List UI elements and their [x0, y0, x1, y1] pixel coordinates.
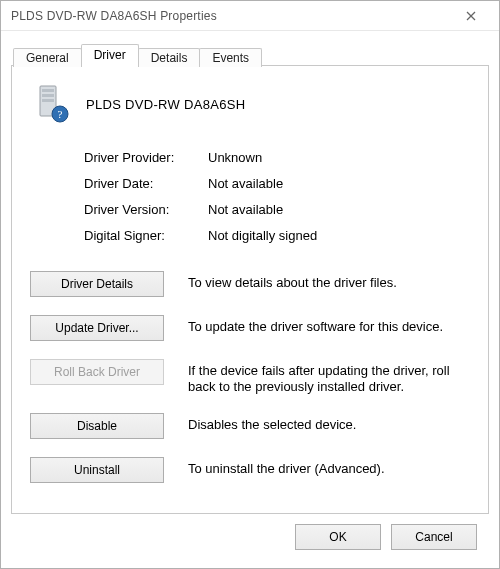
- tab-details[interactable]: Details: [138, 48, 201, 67]
- tab-label: Events: [212, 51, 249, 65]
- device-name: PLDS DVD-RW DA8A6SH: [86, 97, 245, 112]
- action-row-details: Driver Details To view details about the…: [30, 271, 470, 297]
- svg-rect-4: [42, 94, 54, 97]
- device-header: ? PLDS DVD-RW DA8A6SH: [30, 84, 470, 124]
- tabstrip: General Driver Details Events: [11, 41, 489, 65]
- tab-label: Driver: [94, 48, 126, 62]
- info-row-signer: Digital Signer: Not digitally signed: [84, 228, 470, 243]
- uninstall-button[interactable]: Uninstall: [30, 457, 164, 483]
- action-row-disable: Disable Disables the selected device.: [30, 413, 470, 439]
- close-icon: [466, 11, 476, 21]
- action-description: Disables the selected device.: [188, 413, 356, 433]
- update-driver-button[interactable]: Update Driver...: [30, 315, 164, 341]
- tab-driver[interactable]: Driver: [81, 44, 139, 66]
- info-row-date: Driver Date: Not available: [84, 176, 470, 191]
- titlebar: PLDS DVD-RW DA8A6SH Properties: [1, 1, 499, 31]
- window-title: PLDS DVD-RW DA8A6SH Properties: [11, 9, 451, 23]
- info-label: Driver Date:: [84, 176, 208, 191]
- roll-back-driver-button: Roll Back Driver: [30, 359, 164, 385]
- info-value: Not available: [208, 202, 470, 217]
- info-value: Not available: [208, 176, 470, 191]
- action-description: If the device fails after updating the d…: [188, 359, 470, 395]
- info-label: Driver Provider:: [84, 150, 208, 165]
- action-description: To update the driver software for this d…: [188, 315, 443, 335]
- action-row-rollback: Roll Back Driver If the device fails aft…: [30, 359, 470, 395]
- action-description: To uninstall the driver (Advanced).: [188, 457, 385, 477]
- tab-label: General: [26, 51, 69, 65]
- tab-panel-driver: ? PLDS DVD-RW DA8A6SH Driver Provider: U…: [11, 65, 489, 514]
- info-value: Unknown: [208, 150, 470, 165]
- tab-general[interactable]: General: [13, 48, 82, 67]
- cancel-button[interactable]: Cancel: [391, 524, 477, 550]
- info-label: Driver Version:: [84, 202, 208, 217]
- tab-control: General Driver Details Events: [11, 41, 489, 514]
- info-row-version: Driver Version: Not available: [84, 202, 470, 217]
- action-row-update: Update Driver... To update the driver so…: [30, 315, 470, 341]
- info-value: Not digitally signed: [208, 228, 470, 243]
- driver-info: Driver Provider: Unknown Driver Date: No…: [84, 150, 470, 243]
- ok-button[interactable]: OK: [295, 524, 381, 550]
- disable-button[interactable]: Disable: [30, 413, 164, 439]
- close-button[interactable]: [451, 2, 491, 30]
- optical-drive-icon: ?: [34, 84, 70, 124]
- action-row-uninstall: Uninstall To uninstall the driver (Advan…: [30, 457, 470, 483]
- svg-rect-5: [42, 99, 54, 102]
- driver-actions: Driver Details To view details about the…: [30, 271, 470, 483]
- tab-label: Details: [151, 51, 188, 65]
- action-description: To view details about the driver files.: [188, 271, 397, 291]
- driver-details-button[interactable]: Driver Details: [30, 271, 164, 297]
- info-row-provider: Driver Provider: Unknown: [84, 150, 470, 165]
- content-area: General Driver Details Events: [1, 31, 499, 568]
- info-label: Digital Signer:: [84, 228, 208, 243]
- tab-events[interactable]: Events: [199, 48, 262, 67]
- svg-text:?: ?: [58, 108, 63, 120]
- dialog-footer: OK Cancel: [11, 514, 489, 562]
- svg-rect-3: [42, 89, 54, 92]
- properties-window: PLDS DVD-RW DA8A6SH Properties General D…: [0, 0, 500, 569]
